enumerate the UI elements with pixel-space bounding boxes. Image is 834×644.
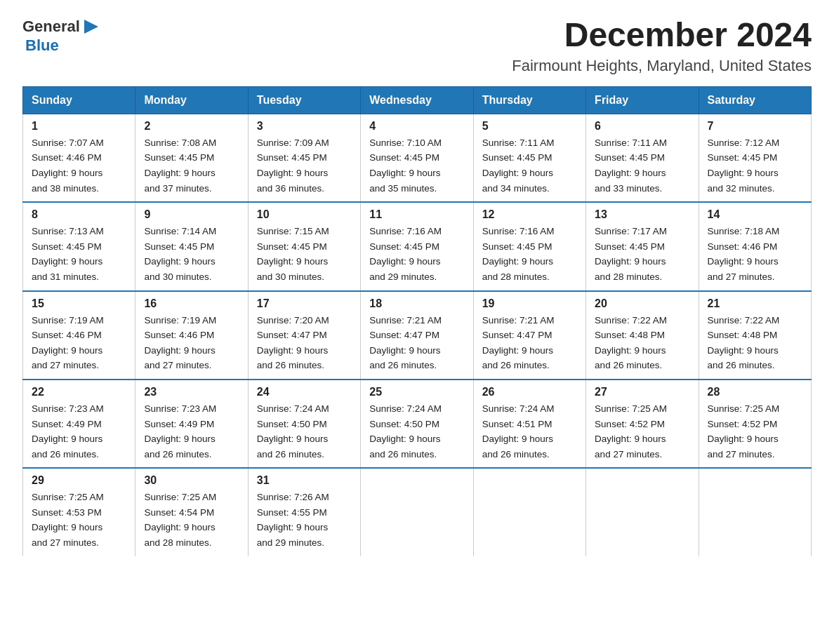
calendar-subtitle: Fairmount Heights, Maryland, United Stat… [512,57,812,75]
day-header-thursday: Thursday [473,86,585,114]
day-info: Sunrise: 7:15 AM Sunset: 4:45 PM Dayligh… [257,224,352,284]
day-info: Sunrise: 7:17 AM Sunset: 4:45 PM Dayligh… [595,224,689,284]
day-cell [586,468,699,556]
day-number: 2 [144,120,239,133]
day-number: 14 [708,208,802,221]
day-info: Sunrise: 7:09 AM Sunset: 4:45 PM Dayligh… [257,135,352,196]
day-number: 3 [257,120,352,133]
day-number: 27 [595,386,689,398]
day-info: Sunrise: 7:22 AM Sunset: 4:48 PM Dayligh… [595,313,689,373]
day-cell: 20 Sunrise: 7:22 AM Sunset: 4:48 PM Dayl… [586,291,699,380]
day-info: Sunrise: 7:25 AM Sunset: 4:53 PM Dayligh… [32,490,126,550]
day-number: 17 [257,297,352,310]
day-header-saturday: Saturday [699,86,811,114]
day-info: Sunrise: 7:25 AM Sunset: 4:52 PM Dayligh… [595,401,689,462]
day-info: Sunrise: 7:20 AM Sunset: 4:47 PM Dayligh… [257,313,352,373]
day-header-friday: Friday [586,86,699,114]
day-info: Sunrise: 7:21 AM Sunset: 4:47 PM Dayligh… [482,313,577,373]
day-cell: 5 Sunrise: 7:11 AM Sunset: 4:45 PM Dayli… [473,114,585,202]
day-cell: 25 Sunrise: 7:24 AM Sunset: 4:50 PM Dayl… [361,380,473,468]
day-info: Sunrise: 7:26 AM Sunset: 4:55 PM Dayligh… [257,490,352,550]
day-cell: 22 Sunrise: 7:23 AM Sunset: 4:49 PM Dayl… [23,380,135,468]
day-info: Sunrise: 7:08 AM Sunset: 4:45 PM Dayligh… [144,135,239,196]
day-info: Sunrise: 7:12 AM Sunset: 4:45 PM Dayligh… [708,135,802,196]
day-header-tuesday: Tuesday [248,86,360,114]
week-row-1: 1 Sunrise: 7:07 AM Sunset: 4:46 PM Dayli… [23,114,812,202]
day-info: Sunrise: 7:19 AM Sunset: 4:46 PM Dayligh… [32,313,126,373]
day-cell: 1 Sunrise: 7:07 AM Sunset: 4:46 PM Dayli… [23,114,135,202]
day-info: Sunrise: 7:11 AM Sunset: 4:45 PM Dayligh… [482,135,577,196]
day-number: 10 [257,208,352,221]
day-info: Sunrise: 7:21 AM Sunset: 4:47 PM Dayligh… [369,313,464,373]
day-number: 24 [257,386,352,398]
page-header: General Blue December 2024 Fairmount Hei… [22,17,812,75]
day-cell: 26 Sunrise: 7:24 AM Sunset: 4:51 PM Dayl… [473,380,585,468]
day-info: Sunrise: 7:24 AM Sunset: 4:50 PM Dayligh… [257,401,352,462]
day-cell: 23 Sunrise: 7:23 AM Sunset: 4:49 PM Dayl… [135,380,248,468]
day-cell: 3 Sunrise: 7:09 AM Sunset: 4:45 PM Dayli… [248,114,360,202]
svg-marker-0 [84,20,98,34]
day-cell: 19 Sunrise: 7:21 AM Sunset: 4:47 PM Dayl… [473,291,585,380]
day-number: 28 [708,386,802,398]
day-cell: 28 Sunrise: 7:25 AM Sunset: 4:52 PM Dayl… [699,380,811,468]
day-header-sunday: Sunday [23,86,135,114]
day-cell: 16 Sunrise: 7:19 AM Sunset: 4:46 PM Dayl… [135,291,248,380]
week-row-4: 22 Sunrise: 7:23 AM Sunset: 4:49 PM Dayl… [23,380,812,468]
day-cell: 11 Sunrise: 7:16 AM Sunset: 4:45 PM Dayl… [361,202,473,290]
day-info: Sunrise: 7:19 AM Sunset: 4:46 PM Dayligh… [144,313,239,373]
logo-icon [81,17,101,36]
day-cell: 21 Sunrise: 7:22 AM Sunset: 4:48 PM Dayl… [699,291,811,380]
day-info: Sunrise: 7:11 AM Sunset: 4:45 PM Dayligh… [595,135,689,196]
day-cell: 18 Sunrise: 7:21 AM Sunset: 4:47 PM Dayl… [361,291,473,380]
day-number: 30 [144,474,239,487]
day-number: 23 [144,386,239,398]
day-cell: 4 Sunrise: 7:10 AM Sunset: 4:45 PM Dayli… [361,114,473,202]
calendar-table: SundayMondayTuesdayWednesdayThursdayFrid… [22,86,812,556]
day-cell: 13 Sunrise: 7:17 AM Sunset: 4:45 PM Dayl… [586,202,699,290]
day-number: 5 [482,120,577,133]
day-cell: 6 Sunrise: 7:11 AM Sunset: 4:45 PM Dayli… [586,114,699,202]
day-number: 21 [708,297,802,310]
day-header-monday: Monday [135,86,248,114]
day-info: Sunrise: 7:24 AM Sunset: 4:50 PM Dayligh… [369,401,464,462]
day-header-wednesday: Wednesday [361,86,473,114]
calendar-title: December 2024 [512,17,812,54]
day-cell [473,468,585,556]
day-info: Sunrise: 7:23 AM Sunset: 4:49 PM Dayligh… [144,401,239,462]
day-number: 1 [32,120,126,133]
day-cell: 2 Sunrise: 7:08 AM Sunset: 4:45 PM Dayli… [135,114,248,202]
day-info: Sunrise: 7:16 AM Sunset: 4:45 PM Dayligh… [369,224,464,284]
day-info: Sunrise: 7:18 AM Sunset: 4:46 PM Dayligh… [708,224,802,284]
day-number: 11 [369,208,464,221]
day-cell [699,468,811,556]
day-info: Sunrise: 7:10 AM Sunset: 4:45 PM Dayligh… [369,135,464,196]
day-number: 12 [482,208,577,221]
day-number: 18 [369,297,464,310]
day-cell: 9 Sunrise: 7:14 AM Sunset: 4:45 PM Dayli… [135,202,248,290]
day-number: 29 [32,474,126,487]
day-cell: 10 Sunrise: 7:15 AM Sunset: 4:45 PM Dayl… [248,202,360,290]
day-number: 13 [595,208,689,221]
day-cell: 29 Sunrise: 7:25 AM Sunset: 4:53 PM Dayl… [23,468,135,556]
day-cell: 30 Sunrise: 7:25 AM Sunset: 4:54 PM Dayl… [135,468,248,556]
day-number: 7 [708,120,802,133]
day-cell: 24 Sunrise: 7:24 AM Sunset: 4:50 PM Dayl… [248,380,360,468]
day-number: 4 [369,120,464,133]
day-info: Sunrise: 7:23 AM Sunset: 4:49 PM Dayligh… [32,401,126,462]
title-area: December 2024 Fairmount Heights, Marylan… [512,17,812,75]
day-number: 26 [482,386,577,398]
week-row-2: 8 Sunrise: 7:13 AM Sunset: 4:45 PM Dayli… [23,202,812,290]
day-info: Sunrise: 7:14 AM Sunset: 4:45 PM Dayligh… [144,224,239,284]
day-cell: 8 Sunrise: 7:13 AM Sunset: 4:45 PM Dayli… [23,202,135,290]
day-info: Sunrise: 7:16 AM Sunset: 4:45 PM Dayligh… [482,224,577,284]
day-cell: 14 Sunrise: 7:18 AM Sunset: 4:46 PM Dayl… [699,202,811,290]
logo-text-blue: Blue [25,36,59,55]
day-cell: 15 Sunrise: 7:19 AM Sunset: 4:46 PM Dayl… [23,291,135,380]
day-number: 9 [144,208,239,221]
day-cell: 27 Sunrise: 7:25 AM Sunset: 4:52 PM Dayl… [586,380,699,468]
logo: General Blue [22,17,101,55]
header-row: SundayMondayTuesdayWednesdayThursdayFrid… [23,86,812,114]
day-cell: 7 Sunrise: 7:12 AM Sunset: 4:45 PM Dayli… [699,114,811,202]
day-number: 15 [32,297,126,310]
day-number: 6 [595,120,689,133]
